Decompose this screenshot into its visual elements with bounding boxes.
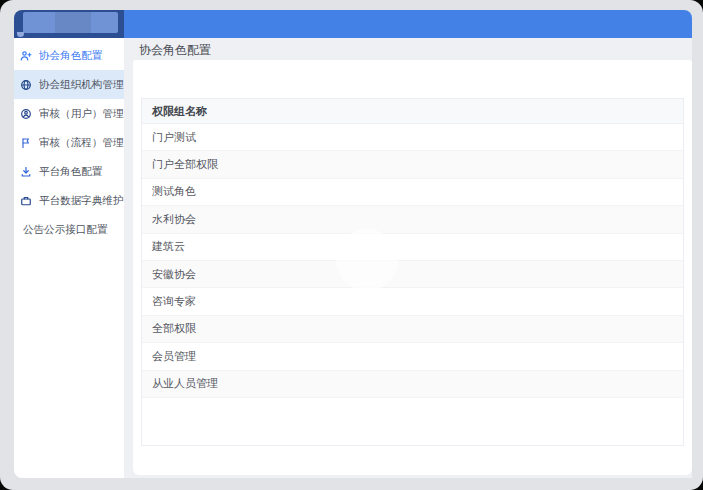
sidebar-item-6[interactable]: 平台数据字典维护 [14, 186, 124, 215]
table-row[interactable]: 水利协会 [142, 206, 683, 233]
main-content: 协会角色配置 权限组名称 门户测试门户全部权限测试角色水利协会建筑云安徽协会咨询… [124, 38, 692, 478]
sidebar-item-label: 审核（流程）管理 [39, 135, 123, 149]
permission-group-table: 权限组名称 门户测试门户全部权限测试角色水利协会建筑云安徽协会咨询专家全部权限会… [141, 98, 684, 446]
platform-role-icon [20, 166, 32, 178]
permission-group-name: 咨询专家 [152, 294, 196, 309]
permission-group-name: 门户全部权限 [152, 157, 218, 172]
permission-group-name: 全部权限 [152, 321, 196, 336]
permission-group-name: 从业人员管理 [152, 376, 218, 391]
table-row[interactable]: 门户测试 [142, 124, 683, 151]
logo-placeholder [23, 12, 118, 33]
top-navbar [124, 10, 692, 38]
sidebar-item-7[interactable]: 公告公示接口配置 [14, 215, 124, 244]
permission-group-name: 安徽协会 [152, 267, 196, 282]
audit-user-icon [20, 108, 32, 120]
permission-group-name: 水利协会 [152, 212, 196, 227]
sidebar-item-label: 公告公示接口配置 [23, 222, 107, 236]
content-card: 权限组名称 门户测试门户全部权限测试角色水利协会建筑云安徽协会咨询专家全部权限会… [133, 60, 692, 475]
table-row[interactable]: 从业人员管理 [142, 371, 683, 398]
sidebar-item-label: 平台角色配置 [39, 164, 102, 178]
app-window: 协会角色配置协会组织机构管理审核（用户）管理审核（流程）管理平台角色配置平台数据… [0, 0, 703, 490]
user-add-icon [20, 50, 32, 62]
table-body: 门户测试门户全部权限测试角色水利协会建筑云安徽协会咨询专家全部权限会员管理从业人… [142, 124, 683, 398]
permission-group-name: 建筑云 [152, 239, 185, 254]
screen: 协会角色配置协会组织机构管理审核（用户）管理审核（流程）管理平台角色配置平台数据… [0, 0, 703, 490]
sidebar-item-1[interactable]: 协会角色配置 [14, 41, 124, 70]
permission-group-name: 门户测试 [152, 130, 196, 145]
sidebar-item-5[interactable]: 平台角色配置 [14, 157, 124, 186]
sidebar-item-2[interactable]: 协会组织机构管理 [14, 70, 124, 99]
org-globe-icon [20, 79, 32, 91]
sidebar-item-label: 审核（用户）管理 [39, 106, 123, 120]
table-row[interactable]: 安徽协会 [142, 261, 683, 288]
table-row[interactable]: 全部权限 [142, 316, 683, 343]
table-row[interactable]: 咨询专家 [142, 288, 683, 315]
sidebar-item-3[interactable]: 审核（用户）管理 [14, 99, 124, 128]
table-header-permission-group-name: 权限组名称 [142, 99, 683, 124]
table-row[interactable]: 建筑云 [142, 234, 683, 261]
logo-glyph [17, 32, 24, 37]
sidebar-item-label: 协会角色配置 [39, 48, 102, 62]
sidebar-item-label: 协会组织机构管理 [39, 77, 123, 91]
table-row[interactable]: 门户全部权限 [142, 151, 683, 178]
page-title: 协会角色配置 [139, 42, 211, 58]
sidebar-menu: 协会角色配置协会组织机构管理审核（用户）管理审核（流程）管理平台角色配置平台数据… [14, 38, 124, 478]
permission-group-name: 会员管理 [152, 349, 196, 364]
sidebar-item-4[interactable]: 审核（流程）管理 [14, 128, 124, 157]
sidebar-item-label: 平台数据字典维护 [39, 193, 123, 207]
table-row[interactable]: 测试角色 [142, 179, 683, 206]
permission-group-name: 测试角色 [152, 184, 196, 199]
audit-flow-icon [20, 137, 32, 149]
table-row[interactable]: 会员管理 [142, 343, 683, 370]
logo-area [14, 10, 124, 38]
data-dict-icon [20, 195, 32, 207]
